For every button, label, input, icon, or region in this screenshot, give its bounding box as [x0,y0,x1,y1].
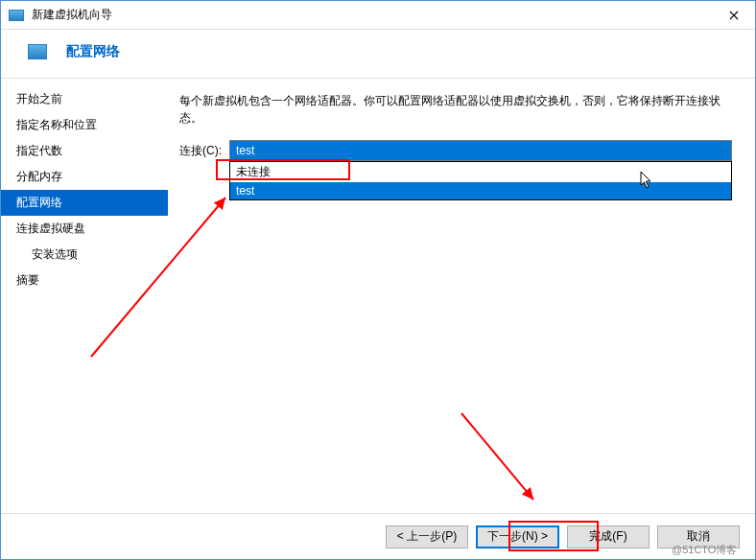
finish-button[interactable]: 完成(F) [567,525,650,548]
connection-select[interactable]: test [229,140,732,161]
sidebar-item-memory[interactable]: 分配内存 [1,164,168,190]
sidebar-item-start[interactable]: 开始之前 [1,86,168,112]
select-value: test [236,144,254,157]
sidebar-item-network[interactable]: 配置网络 [1,190,168,216]
connection-label: 连接(C): [179,143,229,159]
sidebar-item-disk[interactable]: 连接虚拟硬盘 [1,216,168,242]
titlebar: 新建虚拟机向导 [1,1,755,30]
close-button[interactable] [721,6,747,25]
body: 开始之前 指定名称和位置 指定代数 分配内存 配置网络 连接虚拟硬盘 安装选项 … [1,79,755,534]
connection-field: 连接(C): test 未连接 test [179,140,732,161]
next-button[interactable]: 下一步(N) > [476,525,559,548]
page-title: 配置网络 [66,43,120,60]
footer: < 上一步(P) 下一步(N) > 完成(F) 取消 [1,513,755,559]
sidebar: 开始之前 指定名称和位置 指定代数 分配内存 配置网络 连接虚拟硬盘 安装选项 … [1,79,168,534]
description-text: 每个新虚拟机包含一个网络适配器。你可以配置网络适配器以使用虚拟交换机，否则，它将… [179,92,732,127]
sidebar-item-generation[interactable]: 指定代数 [1,138,168,164]
dropdown-option-test[interactable]: test [230,182,731,199]
app-icon [9,10,24,21]
connection-dropdown: 未连接 test [229,161,732,200]
prev-button[interactable]: < 上一步(P) [386,525,468,548]
sidebar-item-name[interactable]: 指定名称和位置 [1,112,168,138]
page-header: 配置网络 [1,30,755,79]
cursor-icon [640,171,653,190]
chevron-down-icon [720,144,727,157]
header-icon [28,44,47,59]
dropdown-option-none[interactable]: 未连接 [230,162,731,182]
close-icon [729,11,739,20]
wizard-window: 新建虚拟机向导 配置网络 开始之前 指定名称和位置 指定代数 分配内存 配置网络… [0,0,756,560]
content-area: 每个新虚拟机包含一个网络适配器。你可以配置网络适配器以使用虚拟交换机，否则，它将… [168,79,755,534]
sidebar-item-install[interactable]: 安装选项 [1,242,168,268]
watermark: @51CTO博客 [672,543,750,560]
window-title: 新建虚拟机向导 [32,7,721,23]
sidebar-item-summary[interactable]: 摘要 [1,268,168,293]
